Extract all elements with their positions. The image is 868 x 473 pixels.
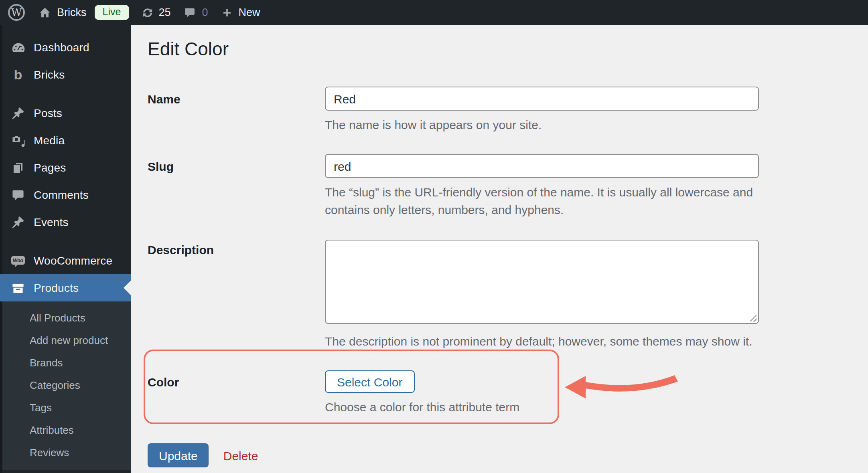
sidebar-item-label: Pages [34,161,66,174]
admin-sidebar: Dashboard b Bricks Posts Media [0,25,131,473]
svg-text:Woo: Woo [13,257,24,263]
new-label: New [238,6,260,18]
slug-input[interactable] [325,154,759,178]
submenu-item-add-new-product[interactable]: Add new product [0,329,131,351]
products-submenu: All Products Add new product Brands Cate… [0,301,131,470]
sidebar-item-label: WooCommerce [34,254,112,267]
update-button[interactable]: Update [148,443,209,467]
sidebar-item-label: Events [34,216,69,228]
update-count: 25 [158,6,170,18]
home-icon [39,6,51,19]
submenu-item-all-products[interactable]: All Products [0,306,131,329]
pin-icon [10,105,26,121]
slug-help-text: The “slug” is the URL-friendly version o… [325,184,776,218]
wordpress-logo-letter: W [11,7,22,17]
color-label: Color [148,370,179,393]
live-badge: Live [95,4,129,20]
wordpress-logo-icon[interactable]: W [8,4,25,21]
new-menu[interactable]: New [221,6,260,18]
name-help-text: The name is how it appears on your site. [325,116,541,133]
description-field-wrap [325,240,759,324]
sidebar-item-woocommerce[interactable]: Woo WooCommerce [0,247,131,274]
updates-menu[interactable]: 25 [141,6,170,19]
site-menu[interactable]: Bricks [39,6,87,19]
form-actions: Update Delete [148,443,258,467]
description-textarea[interactable] [325,240,759,324]
comments-icon [10,187,26,202]
sidebar-item-label: Bricks [34,68,65,81]
sidebar-item-media[interactable]: Media [0,127,131,154]
sidebar-item-bricks[interactable]: b Bricks [0,61,131,88]
products-icon [10,280,26,295]
dashboard-icon [10,40,26,55]
sidebar-item-label: Media [34,134,65,147]
plus-icon [221,7,233,18]
page-title: Edit Color [148,38,229,60]
delete-link[interactable]: Delete [223,449,258,462]
sidebar-item-label: Products [34,281,79,294]
color-help-text: Choose a color for this attribute term [325,398,519,416]
sidebar-item-label: Posts [34,107,62,119]
main-content: Edit Color Name The name is how it appea… [131,25,868,473]
comment-count: 0 [202,6,208,18]
name-input[interactable] [325,87,759,111]
description-help-text: The description is not prominent by defa… [325,333,752,350]
sidebar-item-posts[interactable]: Posts [0,99,131,127]
comment-bubble-icon [183,6,195,18]
wordpress-admin: W Bricks Live 25 0 New [0,0,868,473]
sidebar-item-pages[interactable]: Pages [0,154,131,181]
sidebar-item-dashboard[interactable]: Dashboard [0,34,131,61]
sidebar-item-label: Comments [34,188,89,201]
annotation-arrow-icon [561,366,688,405]
sidebar-item-label: Dashboard [34,41,89,54]
submenu-item-categories[interactable]: Categories [0,374,131,396]
admin-bar: W Bricks Live 25 0 New [0,0,868,25]
bricks-icon: b [10,67,26,82]
sidebar-item-events[interactable]: Events [0,208,131,236]
submenu-item-reviews[interactable]: Reviews [0,441,131,463]
sidebar-item-comments[interactable]: Comments [0,181,131,208]
pin-icon [10,214,26,230]
bricks-icon-letter: b [14,68,22,81]
woocommerce-icon: Woo [10,253,26,268]
comments-menu[interactable]: 0 [183,6,208,18]
media-icon [10,133,26,148]
description-label: Description [148,241,214,257]
site-name: Bricks [57,6,87,18]
name-label: Name [148,87,180,111]
select-color-button[interactable]: Select Color [325,370,414,393]
menu-separator [0,236,131,247]
update-icon [141,6,154,19]
sidebar-item-products[interactable]: Products [0,274,131,301]
submenu-item-tags[interactable]: Tags [0,396,131,418]
slug-label: Slug [148,154,174,178]
submenu-item-brands[interactable]: Brands [0,351,131,374]
menu-separator [0,88,131,99]
pages-icon [10,160,26,175]
active-menu-arrow [124,281,131,295]
submenu-item-attributes[interactable]: Attributes [0,418,131,441]
